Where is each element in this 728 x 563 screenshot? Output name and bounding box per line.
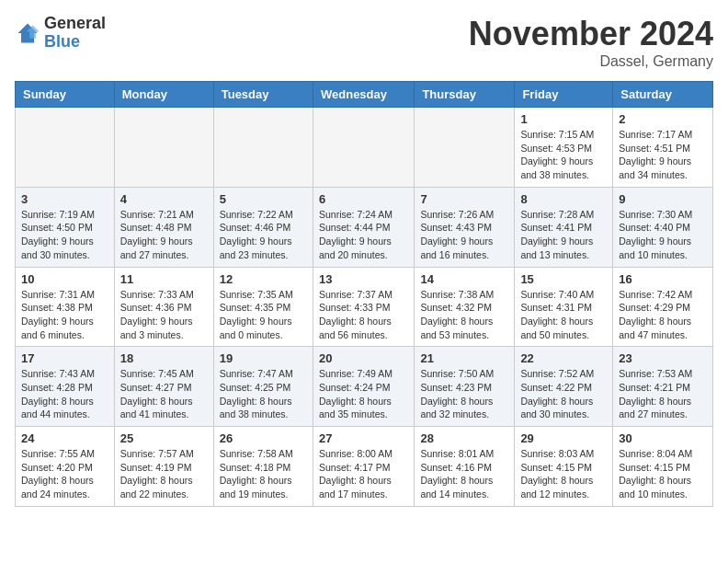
- logo: General Blue: [15, 15, 106, 52]
- day-number: 18: [120, 351, 208, 365]
- calendar-day-cell: [114, 108, 213, 188]
- day-info: Sunrise: 7:17 AM Sunset: 4:51 PM Dayligh…: [619, 128, 707, 182]
- calendar-week-row: 24Sunrise: 7:55 AM Sunset: 4:20 PM Dayli…: [16, 427, 713, 507]
- day-info: Sunrise: 7:38 AM Sunset: 4:32 PM Dayligh…: [420, 288, 508, 342]
- day-number: 1: [520, 112, 607, 126]
- day-number: 8: [520, 192, 607, 206]
- calendar-day-cell: [16, 108, 115, 188]
- day-info: Sunrise: 7:22 AM Sunset: 4:46 PM Dayligh…: [220, 208, 307, 262]
- calendar-day-cell: 6Sunrise: 7:24 AM Sunset: 4:44 PM Daylig…: [313, 187, 414, 267]
- calendar-day-cell: 17Sunrise: 7:43 AM Sunset: 4:28 PM Dayli…: [16, 347, 115, 427]
- day-number: 12: [220, 272, 307, 286]
- calendar-day-cell: 5Sunrise: 7:22 AM Sunset: 4:46 PM Daylig…: [213, 187, 313, 267]
- day-info: Sunrise: 8:01 AM Sunset: 4:16 PM Dayligh…: [420, 447, 508, 501]
- day-number: 14: [420, 272, 508, 286]
- calendar-day-cell: 24Sunrise: 7:55 AM Sunset: 4:20 PM Dayli…: [16, 427, 115, 507]
- day-number: 25: [120, 431, 208, 445]
- day-info: Sunrise: 7:33 AM Sunset: 4:36 PM Dayligh…: [120, 288, 208, 342]
- calendar-week-row: 10Sunrise: 7:31 AM Sunset: 4:38 PM Dayli…: [16, 267, 713, 347]
- day-number: 13: [319, 272, 408, 286]
- calendar-day-cell: 9Sunrise: 7:30 AM Sunset: 4:40 PM Daylig…: [613, 187, 713, 267]
- day-info: Sunrise: 7:58 AM Sunset: 4:18 PM Dayligh…: [220, 447, 307, 501]
- calendar-day-cell: 13Sunrise: 7:37 AM Sunset: 4:33 PM Dayli…: [313, 267, 414, 347]
- calendar-day-cell: 22Sunrise: 7:52 AM Sunset: 4:22 PM Dayli…: [515, 347, 613, 427]
- day-info: Sunrise: 7:21 AM Sunset: 4:48 PM Dayligh…: [120, 208, 208, 262]
- logo-text: General Blue: [44, 15, 106, 52]
- day-info: Sunrise: 7:15 AM Sunset: 4:53 PM Dayligh…: [520, 128, 607, 182]
- day-info: Sunrise: 7:57 AM Sunset: 4:19 PM Dayligh…: [120, 447, 208, 501]
- calendar-day-cell: 29Sunrise: 8:03 AM Sunset: 4:15 PM Dayli…: [515, 427, 613, 507]
- day-number: 20: [319, 351, 408, 365]
- day-number: 11: [120, 272, 208, 286]
- day-info: Sunrise: 7:43 AM Sunset: 4:28 PM Dayligh…: [21, 367, 108, 421]
- day-info: Sunrise: 7:52 AM Sunset: 4:22 PM Dayligh…: [520, 367, 607, 421]
- calendar-week-row: 3Sunrise: 7:19 AM Sunset: 4:50 PM Daylig…: [16, 187, 713, 267]
- day-info: Sunrise: 8:04 AM Sunset: 4:15 PM Dayligh…: [619, 447, 707, 501]
- day-number: 10: [21, 272, 108, 286]
- day-number: 17: [21, 351, 108, 365]
- calendar-day-header: Wednesday: [313, 82, 414, 108]
- day-info: Sunrise: 7:35 AM Sunset: 4:35 PM Dayligh…: [220, 288, 307, 342]
- day-info: Sunrise: 7:19 AM Sunset: 4:50 PM Dayligh…: [21, 208, 108, 262]
- calendar-day-header: Tuesday: [213, 82, 313, 108]
- day-info: Sunrise: 7:37 AM Sunset: 4:33 PM Dayligh…: [319, 288, 408, 342]
- calendar-day-header: Thursday: [415, 82, 515, 108]
- calendar-day-cell: 3Sunrise: 7:19 AM Sunset: 4:50 PM Daylig…: [16, 187, 115, 267]
- day-number: 24: [21, 431, 108, 445]
- calendar-week-row: 17Sunrise: 7:43 AM Sunset: 4:28 PM Dayli…: [16, 347, 713, 427]
- calendar-day-cell: 14Sunrise: 7:38 AM Sunset: 4:32 PM Dayli…: [415, 267, 515, 347]
- day-info: Sunrise: 8:00 AM Sunset: 4:17 PM Dayligh…: [319, 447, 408, 501]
- calendar-day-cell: [415, 108, 515, 188]
- day-number: 16: [619, 272, 707, 286]
- location-title: Dassel, Germany: [469, 53, 713, 70]
- calendar-day-cell: 23Sunrise: 7:53 AM Sunset: 4:21 PM Dayli…: [613, 347, 713, 427]
- day-info: Sunrise: 8:03 AM Sunset: 4:15 PM Dayligh…: [520, 447, 607, 501]
- calendar-day-header: Monday: [114, 82, 213, 108]
- day-number: 5: [220, 192, 307, 206]
- calendar-day-cell: 10Sunrise: 7:31 AM Sunset: 4:38 PM Dayli…: [16, 267, 115, 347]
- day-number: 28: [420, 431, 508, 445]
- day-number: 7: [420, 192, 508, 206]
- day-info: Sunrise: 7:28 AM Sunset: 4:41 PM Dayligh…: [520, 208, 607, 262]
- day-info: Sunrise: 7:45 AM Sunset: 4:27 PM Dayligh…: [120, 367, 208, 421]
- calendar-header-row: SundayMondayTuesdayWednesdayThursdayFrid…: [16, 82, 713, 108]
- calendar-day-cell: 8Sunrise: 7:28 AM Sunset: 4:41 PM Daylig…: [515, 187, 613, 267]
- calendar-day-cell: 20Sunrise: 7:49 AM Sunset: 4:24 PM Dayli…: [313, 347, 414, 427]
- header: General Blue November 2024 Dassel, Germa…: [15, 15, 713, 70]
- day-info: Sunrise: 7:40 AM Sunset: 4:31 PM Dayligh…: [520, 288, 607, 342]
- calendar-day-header: Friday: [515, 82, 613, 108]
- calendar-day-cell: 28Sunrise: 8:01 AM Sunset: 4:16 PM Dayli…: [415, 427, 515, 507]
- day-info: Sunrise: 7:31 AM Sunset: 4:38 PM Dayligh…: [21, 288, 108, 342]
- day-number: 15: [520, 272, 607, 286]
- day-number: 26: [220, 431, 307, 445]
- day-info: Sunrise: 7:42 AM Sunset: 4:29 PM Dayligh…: [619, 288, 707, 342]
- calendar-day-cell: 15Sunrise: 7:40 AM Sunset: 4:31 PM Dayli…: [515, 267, 613, 347]
- day-number: 4: [120, 192, 208, 206]
- day-number: 22: [520, 351, 607, 365]
- day-info: Sunrise: 7:26 AM Sunset: 4:43 PM Dayligh…: [420, 208, 508, 262]
- day-number: 30: [619, 431, 707, 445]
- day-number: 9: [619, 192, 707, 206]
- calendar-day-cell: 19Sunrise: 7:47 AM Sunset: 4:25 PM Dayli…: [213, 347, 313, 427]
- logo-icon: [15, 20, 40, 46]
- day-number: 23: [619, 351, 707, 365]
- calendar-day-cell: 12Sunrise: 7:35 AM Sunset: 4:35 PM Dayli…: [213, 267, 313, 347]
- day-number: 3: [21, 192, 108, 206]
- calendar-day-header: Sunday: [16, 82, 115, 108]
- calendar-day-cell: 25Sunrise: 7:57 AM Sunset: 4:19 PM Dayli…: [114, 427, 213, 507]
- day-info: Sunrise: 7:50 AM Sunset: 4:23 PM Dayligh…: [420, 367, 508, 421]
- day-info: Sunrise: 7:24 AM Sunset: 4:44 PM Dayligh…: [319, 208, 408, 262]
- calendar-week-row: 1Sunrise: 7:15 AM Sunset: 4:53 PM Daylig…: [16, 108, 713, 188]
- day-number: 2: [619, 112, 707, 126]
- day-info: Sunrise: 7:30 AM Sunset: 4:40 PM Dayligh…: [619, 208, 707, 262]
- month-title: November 2024: [469, 15, 713, 53]
- calendar-day-cell: 21Sunrise: 7:50 AM Sunset: 4:23 PM Dayli…: [415, 347, 515, 427]
- calendar-day-cell: 18Sunrise: 7:45 AM Sunset: 4:27 PM Dayli…: [114, 347, 213, 427]
- logo-general-label: General: [44, 15, 106, 33]
- day-number: 19: [220, 351, 307, 365]
- day-info: Sunrise: 7:49 AM Sunset: 4:24 PM Dayligh…: [319, 367, 408, 421]
- calendar: SundayMondayTuesdayWednesdayThursdayFrid…: [15, 81, 713, 507]
- calendar-day-cell: [313, 108, 414, 188]
- calendar-day-cell: 26Sunrise: 7:58 AM Sunset: 4:18 PM Dayli…: [213, 427, 313, 507]
- day-number: 21: [420, 351, 508, 365]
